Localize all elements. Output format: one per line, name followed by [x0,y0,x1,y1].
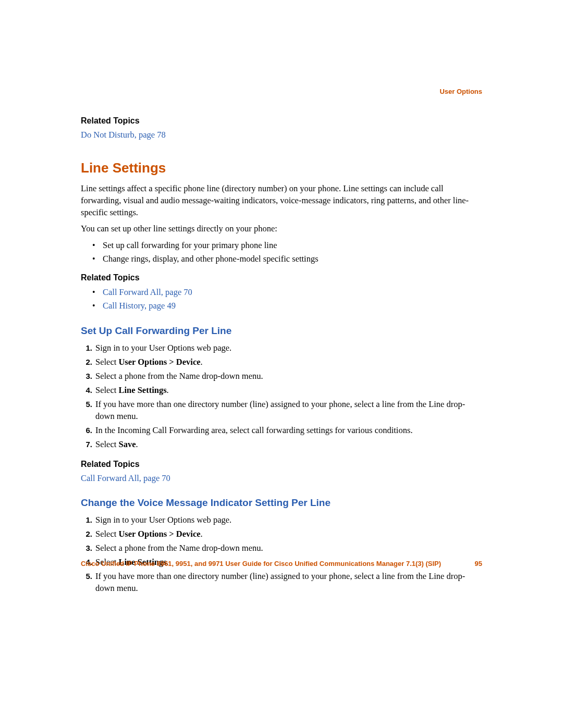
body-paragraph: Line settings affect a specific phone li… [81,182,482,218]
list-item: Set up call forwarding for your primary … [103,239,482,252]
related-topics-block: Related Topics Do Not Disturb, page 78 [81,116,482,141]
ordered-steps: Sign in to your User Options web page.Se… [81,514,482,594]
related-topics-list: Call Forward All, page 70 Call History, … [81,286,482,313]
section-title: Line Settings [81,160,482,176]
bullet-list: Set up call forwarding for your primary … [81,239,482,266]
step-item: Sign in to your User Options web page. [81,342,482,354]
link-do-not-disturb[interactable]: Do Not Disturb, page 78 [81,130,166,140]
subsection-title: Change the Voice Message Indicator Setti… [81,497,482,509]
subsection-call-forwarding: Set Up Call Forwarding Per Line Sign in … [81,325,482,485]
list-item: Change rings, display, and other phone-m… [103,252,482,266]
step-item: Select User Options > Device. [81,356,482,368]
link-call-forward-all[interactable]: Call Forward All, page 70 [103,287,192,297]
step-item: Sign in to your User Options web page. [81,514,482,526]
subsection-title: Set Up Call Forwarding Per Line [81,325,482,337]
footer-title: Cisco Unified IP Phone 8961, 9951, and 9… [81,560,441,567]
step-item: In the Incoming Call Forwarding area, se… [81,424,482,436]
step-item: If you have more than one directory numb… [81,570,482,594]
step-item: Select Line Settings. [81,384,482,396]
list-item: Call Forward All, page 70 [103,286,482,299]
body-paragraph: You can set up other line settings direc… [81,223,482,235]
related-topics-heading: Related Topics [81,116,482,126]
related-topics-heading: Related Topics [81,273,482,282]
step-item: Select User Options > Device. [81,528,482,540]
step-item: If you have more than one directory numb… [81,398,482,422]
step-item: Select a phone from the Name drop-down m… [81,370,482,382]
list-item: Call History, page 49 [103,299,482,313]
ordered-steps: Sign in to your User Options web page.Se… [81,342,482,450]
subsection-voice-message-indicator: Change the Voice Message Indicator Setti… [81,497,482,594]
step-item: Select a phone from the Name drop-down m… [81,542,482,554]
page-number: 95 [462,560,482,567]
page-footer: Cisco Unified IP Phone 8961, 9951, and 9… [81,560,482,567]
document-page: User Options Related Topics Do Not Distu… [0,0,563,728]
related-topics-heading: Related Topics [81,460,482,469]
section-line-settings: Line Settings Line settings affect a spe… [81,160,482,313]
link-call-history[interactable]: Call History, page 49 [103,301,176,311]
running-header: User Options [439,88,482,95]
step-item: Select Save. [81,438,482,450]
link-call-forward-all[interactable]: Call Forward All, page 70 [81,473,170,483]
